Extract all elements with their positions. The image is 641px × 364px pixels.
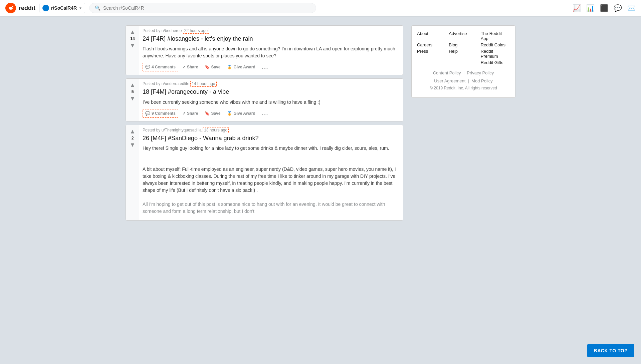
separator: | (468, 79, 469, 83)
sidebar-link-advertise[interactable]: Advertise (449, 31, 478, 41)
subreddit-name: r/SoCalR4R (51, 5, 77, 11)
post-feed: ▲ 14 ▼ Posted by u/beeheree 22 hours ago… (126, 20, 403, 224)
reddit-logo[interactable]: reddit (5, 3, 35, 13)
give-award-label: Give Award (233, 65, 255, 69)
sidebar-links-panel: About Advertise The Reddit App Careers B… (411, 25, 515, 98)
save-icon: 🔖 (205, 65, 210, 69)
vote-column: ▲ 2 ▼ (126, 125, 139, 220)
content-policy-link[interactable]: Content Policy (433, 70, 461, 75)
post-meta: Posted by u/underratedlife 14 hours ago (143, 81, 400, 86)
sidebar-link-reddit-coins[interactable]: Reddit Coins (481, 42, 510, 47)
svg-point-2 (10, 8, 10, 8)
comments-label: 4 Comments (152, 65, 176, 69)
comments-button[interactable]: 💬 4 Comments (143, 63, 178, 71)
site-header: reddit r/SoCalR4R ▼ 🔍 📈 📊 ⬛ 💬 ✉️ (0, 0, 641, 16)
more-options-button[interactable]: ... (259, 62, 271, 72)
post-meta: Posted by u/Themightyquesadilla 13 hours… (143, 128, 400, 132)
more-options-button[interactable]: ... (259, 108, 271, 118)
give-award-button[interactable]: 🏅 Give Award (224, 109, 258, 118)
search-bar[interactable]: 🔍 (89, 3, 316, 13)
post-title[interactable]: 26 [M4F] #SanDiego - Wanna grab a drink? (143, 134, 400, 142)
downvote-button[interactable]: ▼ (129, 141, 136, 148)
post-actions: 💬 9 Comments ↗ Share 🔖 Save 🏅 Give Award (143, 108, 400, 118)
subreddit-icon (42, 5, 49, 11)
svg-point-4 (12, 6, 13, 7)
post-card: ▲ 5 ▼ Posted by u/underratedlife 14 hour… (126, 78, 403, 121)
reddit-logo-icon (5, 3, 16, 13)
save-button[interactable]: 🔖 Save (202, 109, 223, 118)
comments-label: 9 Comments (152, 111, 176, 116)
post-actions: 💬 4 Comments ↗ Share 🔖 Save 🏅 Give Award (143, 62, 400, 72)
trending-icon[interactable]: 📈 (573, 4, 581, 12)
chevron-down-icon: ▼ (79, 6, 82, 10)
page-layout: ▲ 14 ▼ Posted by u/beeheree 22 hours ago… (120, 0, 521, 229)
privacy-policy-link[interactable]: Privacy Policy (467, 70, 494, 75)
upvote-button[interactable]: ▲ (129, 81, 136, 89)
sidebar-link-careers[interactable]: Careers (417, 42, 446, 47)
post-timestamp: 22 hours ago (183, 28, 209, 34)
share-icon: ↗ (182, 65, 186, 69)
comment-icon: 💬 (145, 65, 150, 69)
save-label: Save (211, 65, 220, 69)
post-meta: Posted by u/beeheree 22 hours ago (143, 28, 400, 33)
search-icon: 🔍 (95, 5, 100, 11)
sidebar-link-help[interactable]: Help (449, 49, 478, 59)
give-award-button[interactable]: 🏅 Give Award (224, 63, 258, 71)
post-content: Posted by u/beeheree 22 hours ago 24 [F4… (139, 26, 403, 75)
post-card: ▲ 14 ▼ Posted by u/beeheree 22 hours ago… (126, 25, 403, 75)
share-label: Share (187, 111, 198, 116)
post-content: Posted by u/underratedlife 14 hours ago … (139, 79, 403, 121)
save-label: Save (211, 111, 220, 116)
video-icon[interactable]: ⬛ (600, 4, 608, 12)
post-timestamp: 14 hours ago (190, 81, 216, 87)
vote-count: 5 (132, 89, 134, 94)
sidebar-link-reddit-app[interactable]: The Reddit App (481, 31, 510, 41)
subreddit-selector[interactable]: r/SoCalR4R ▼ (39, 3, 85, 13)
award-icon: 🏅 (227, 111, 232, 116)
sidebar-link-blog[interactable]: Blog (449, 42, 478, 47)
share-button[interactable]: ↗ Share (180, 63, 201, 71)
chat-icon[interactable]: 💬 (614, 4, 622, 12)
mod-policy-link[interactable]: Mod Policy (471, 78, 493, 83)
sidebar-link-reddit-premium[interactable]: Reddit Premium (481, 49, 510, 59)
comments-button[interactable]: 💬 9 Comments (143, 109, 178, 118)
separator: | (463, 71, 464, 75)
sidebar-link-press[interactable]: Press (417, 49, 446, 59)
sidebar-link-about[interactable]: About (417, 31, 446, 41)
vote-column: ▲ 14 ▼ (126, 26, 139, 75)
chart-icon[interactable]: 📊 (586, 4, 595, 12)
post-content: Posted by u/Themightyquesadilla 13 hours… (139, 125, 403, 220)
svg-point-3 (11, 8, 12, 8)
posted-by-label: Posted by u/beeheree (143, 28, 182, 33)
reddit-wordmark: reddit (19, 5, 35, 12)
give-award-label: Give Award (233, 111, 255, 116)
downvote-button[interactable]: ▼ (129, 95, 136, 102)
share-icon: ↗ (182, 111, 186, 116)
sidebar-link-empty2 (449, 60, 478, 65)
post-title[interactable]: 24 [F4R] #losangeles - let's enjoy the r… (143, 35, 400, 43)
share-button[interactable]: ↗ Share (180, 109, 201, 118)
user-agreement-link[interactable]: User Agreement (434, 78, 465, 83)
upvote-button[interactable]: ▲ (129, 28, 136, 36)
sidebar-link-reddit-gifts[interactable]: Reddit Gifts (481, 60, 510, 65)
comment-icon: 💬 (145, 111, 150, 116)
upvote-button[interactable]: ▲ (129, 128, 136, 135)
sidebar-links-grid: About Advertise The Reddit App Careers B… (417, 31, 510, 65)
vote-count: 2 (132, 136, 134, 140)
save-icon: 🔖 (205, 111, 210, 116)
save-button[interactable]: 🔖 Save (202, 63, 223, 71)
copyright-text: © 2019 Reddit, Inc. All rights reserved (417, 85, 510, 92)
post-body: I've been currently seeking someone who … (143, 99, 400, 106)
share-label: Share (187, 65, 198, 69)
post-timestamp: 13 hours ago (203, 127, 229, 133)
more-icon: ... (262, 110, 268, 116)
sidebar-policies: Content Policy | Privacy Policy User Agr… (417, 69, 510, 92)
downvote-button[interactable]: ▼ (129, 42, 136, 49)
sidebar-link-empty1 (417, 60, 446, 65)
more-icon: ... (262, 64, 268, 70)
header-icons: 📈 📊 ⬛ 💬 ✉️ (573, 4, 636, 12)
search-input[interactable] (103, 5, 310, 11)
posted-by-label: Posted by u/underratedlife (143, 81, 189, 86)
post-title[interactable]: 18 [F4M] #orangecounty - a vibe (143, 88, 400, 96)
mail-icon[interactable]: ✉️ (627, 4, 636, 12)
